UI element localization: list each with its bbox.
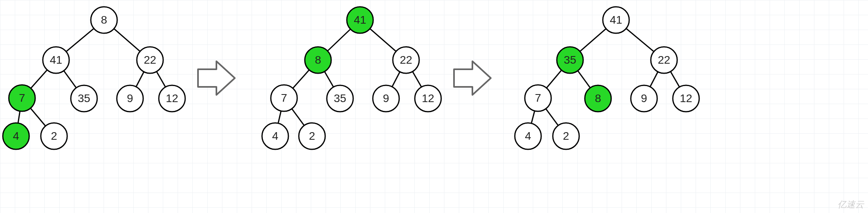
tree-edge — [370, 29, 396, 52]
tree-0-node: 9 — [117, 85, 143, 112]
node-label: 9 — [127, 92, 133, 104]
tree-1-node: 4 — [262, 123, 288, 149]
tree-1-node: 7 — [271, 85, 297, 111]
tree-edge — [156, 72, 165, 87]
tree-edge — [293, 70, 309, 88]
node-label: 4 — [525, 130, 531, 142]
tree-1-node: 9 — [373, 85, 399, 112]
node-label: 41 — [610, 14, 622, 26]
tree-edge — [64, 71, 76, 88]
node-label: 7 — [281, 92, 287, 104]
tree-0-node: 35 — [71, 85, 97, 112]
tree-1-node: 22 — [393, 47, 419, 73]
tree-1-node: 35 — [327, 85, 353, 112]
tree-edge — [531, 111, 534, 123]
tree-1: 4182273591242 — [262, 7, 441, 149]
node-label: 4 — [13, 130, 19, 142]
tree-2-node: 22 — [651, 47, 677, 73]
tree-0: 8412273591242 — [3, 7, 185, 149]
node-label: 22 — [400, 54, 412, 66]
tree-edge — [136, 72, 144, 86]
node-label: 12 — [680, 92, 692, 104]
tree-edge — [578, 71, 590, 88]
tree-2-node: 2 — [553, 123, 579, 149]
node-label: 35 — [334, 92, 346, 104]
node-label: 12 — [422, 92, 434, 104]
tree-2-node: 12 — [673, 85, 699, 112]
node-label: 22 — [144, 54, 156, 66]
arrow-icon — [454, 61, 491, 95]
tree-2-node: 8 — [585, 85, 611, 112]
tree-edge — [292, 109, 304, 126]
tree-edge — [546, 70, 561, 88]
tree-0-node: 8 — [91, 7, 117, 33]
tree-edge — [328, 29, 350, 51]
tree-2-node: 7 — [525, 85, 551, 111]
tree-edge — [626, 28, 654, 52]
tree-edge — [324, 72, 333, 87]
tree-1-node: 2 — [299, 123, 325, 149]
node-label: 2 — [309, 130, 315, 142]
tree-edge — [66, 28, 94, 52]
tree-0-node: 12 — [159, 85, 185, 112]
node-label: 35 — [564, 54, 576, 66]
tree-0-node: 22 — [137, 47, 163, 73]
tree-0-node: 4 — [3, 123, 29, 149]
node-label: 8 — [595, 92, 601, 104]
tree-1-node: 41 — [347, 7, 373, 33]
diagram-canvas: 841227359124241822735912424135227891242 … — [0, 0, 868, 213]
tree-1-node: 8 — [305, 47, 331, 73]
tree-edge — [31, 70, 47, 88]
node-label: 2 — [563, 130, 569, 142]
watermark-text: 亿速云 — [838, 199, 864, 211]
tree-2-node: 9 — [631, 85, 657, 112]
node-label: 4 — [272, 130, 278, 142]
svg-root: 841227359124241822735912424135227891242 — [0, 0, 868, 213]
tree-2-node: 4 — [515, 123, 541, 149]
tree-edge — [18, 111, 20, 123]
tree-2-node: 41 — [603, 7, 629, 33]
node-label: 9 — [641, 92, 647, 104]
node-label: 41 — [354, 14, 366, 26]
node-label: 9 — [383, 92, 389, 104]
tree-edge — [278, 111, 281, 123]
node-label: 7 — [535, 92, 541, 104]
node-label: 22 — [658, 54, 670, 66]
node-label: 7 — [19, 92, 25, 104]
tree-edge — [30, 108, 45, 126]
tree-edge — [392, 72, 400, 86]
node-label: 35 — [78, 92, 90, 104]
tree-edge — [546, 109, 558, 126]
tree-1-node: 12 — [415, 85, 441, 112]
node-label: 8 — [101, 14, 107, 26]
tree-edge — [670, 72, 679, 87]
tree-edge — [114, 29, 140, 52]
tree-0-node: 41 — [43, 47, 69, 73]
node-label: 8 — [315, 54, 321, 66]
arrow-icon — [198, 61, 235, 95]
tree-2: 4135227891242 — [515, 7, 699, 149]
node-label: 2 — [51, 130, 57, 142]
node-label: 12 — [166, 92, 178, 104]
tree-0-node: 2 — [41, 123, 67, 149]
tree-edge — [650, 72, 658, 86]
tree-0-node: 7 — [9, 85, 35, 111]
node-label: 41 — [50, 54, 62, 66]
tree-2-node: 35 — [557, 47, 583, 73]
tree-edge — [412, 72, 421, 87]
tree-edge — [580, 29, 606, 52]
